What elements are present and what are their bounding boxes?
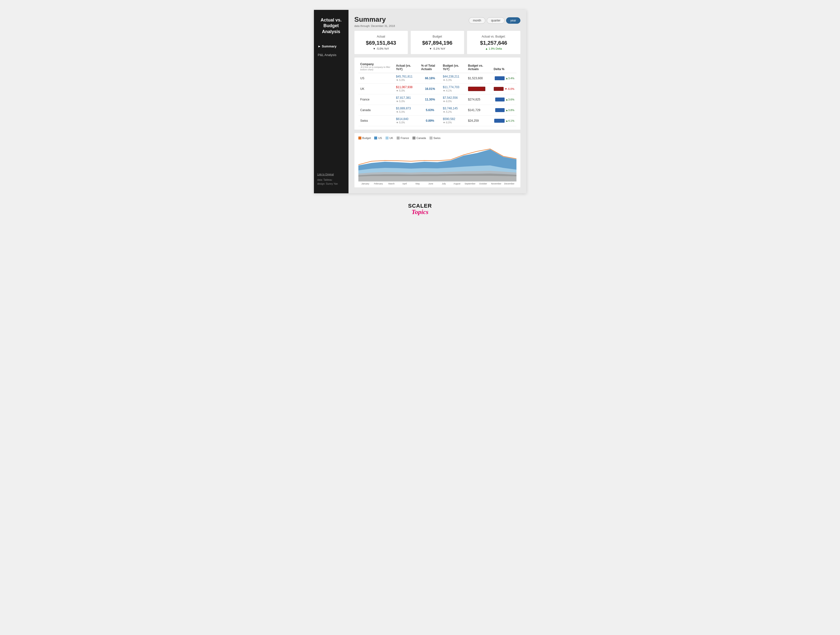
scaler-logo: SCALER Topics — [408, 203, 432, 216]
cell-company: UK — [358, 84, 394, 94]
sidebar-item-summary[interactable]: ► Summary — [314, 42, 349, 50]
legend-item: France — [397, 137, 409, 140]
legend-swatch — [397, 137, 399, 140]
cell-actual: $11,067,938 ▼-5.0% — [394, 84, 419, 94]
x-label: June — [424, 183, 437, 185]
cell-pct: 16.01% — [419, 84, 441, 94]
th-company: Company ⚙ (Click on a company to filter … — [358, 61, 394, 73]
x-label: April — [398, 183, 411, 185]
th-actual: Actual (vs. YoY) — [394, 61, 419, 73]
cell-actual: $3,889,873 ▼-5.0% — [394, 105, 419, 115]
legend-swatch — [385, 137, 388, 140]
sidebar-title: Actual vs. Budget Analysis — [314, 17, 349, 42]
legend-label: US — [378, 137, 382, 140]
delta-text: ▼-6.0% — [505, 87, 515, 90]
x-label: September — [464, 183, 477, 185]
th-company-sub: ⚙ (Click on a company to filter bottom c… — [360, 66, 392, 71]
page-subtitle: data through: December 31, 2018 — [354, 24, 395, 27]
chart-area — [358, 142, 516, 181]
dashboard: Actual vs. Budget Analysis ► Summary P&L… — [314, 10, 526, 193]
delta-bar — [495, 108, 505, 112]
data-table: Company ⚙ (Click on a company to filter … — [358, 61, 516, 126]
cell-pct: 5.63% — [419, 105, 441, 115]
cell-budget: $7,542,556 ▼-6.0% — [441, 94, 466, 105]
kpi-avb-value: $1,257,646 — [472, 40, 515, 46]
cell-budget: $44,238,211 ▼-5.3% — [441, 73, 466, 84]
cell-actual: $45,761,811 ▼-5.0% — [394, 73, 419, 84]
cell-bva: $141,729 — [466, 105, 492, 115]
table-row[interactable]: US $45,761,811 ▼-5.0% 66.18% $44,238,211… — [358, 73, 516, 84]
cell-bva: $274,825 — [466, 94, 492, 105]
cell-delta: ▲3.4% — [492, 73, 516, 84]
sidebar: Actual vs. Budget Analysis ► Summary P&L… — [314, 10, 349, 193]
x-label: May — [411, 183, 424, 185]
main-content: Summary data through: December 31, 2018 … — [349, 10, 526, 193]
chart-x-labels: JanuaryFebruaryMarchAprilMayJuneJulyAugu… — [358, 183, 516, 185]
cell-bva: ($706,765) — [466, 84, 492, 94]
footer-design: design: Sunny Yan — [317, 183, 338, 185]
kpi-budget: Budget $67,894,196 ▼ -5.1% YoY — [411, 31, 464, 54]
cell-company: US — [358, 73, 394, 84]
delta-text: ▲4.1% — [505, 119, 515, 122]
legend-item: UK — [385, 137, 393, 140]
x-label: February — [372, 183, 385, 185]
legend-item: US — [374, 137, 382, 140]
btn-year[interactable]: year — [506, 17, 520, 24]
cell-budget: $590,582 ▼-6.0% — [441, 115, 466, 126]
time-filter-group: month quarter year — [469, 17, 520, 24]
legend-label: France — [401, 137, 409, 140]
x-label: July — [437, 183, 450, 185]
table-row[interactable]: France $7,817,381 ▼-5.0% 11.30% $7,542,5… — [358, 94, 516, 105]
sidebar-footer: Link to Original data: Tableau design: S… — [314, 170, 349, 188]
x-label: August — [450, 183, 464, 185]
link-original[interactable]: Link to Original — [317, 173, 345, 176]
cell-bva: $24,259 — [466, 115, 492, 126]
cell-company: Swiss — [358, 115, 394, 126]
cell-bva: $1,523,600 — [466, 73, 492, 84]
scaler-footer: SCALER Topics — [408, 203, 432, 216]
x-label: October — [477, 183, 490, 185]
sidebar-item-pl[interactable]: P&L Analysis — [314, 50, 349, 59]
kpi-avb-label: Actual vs. Budget: — [472, 35, 515, 38]
kpi-row: Actual $69,151,843 ▼ -5.0% YoY Budget $6… — [354, 31, 520, 54]
delta-text: ▲3.6% — [505, 98, 515, 101]
x-label: December — [503, 183, 516, 185]
th-budget: Budget (vs. YoY) — [441, 61, 466, 73]
kpi-budget-label: Budget — [416, 35, 459, 38]
cell-pct: 11.30% — [419, 94, 441, 105]
kpi-avb: Actual vs. Budget: $1,257,646 ▲ 1.9% Del… — [467, 31, 520, 54]
th-delta: Delta % — [492, 61, 516, 73]
scaler-top-text: SCALER — [408, 203, 432, 209]
chart-legend: BudgetUSUKFranceCanadaSwiss — [358, 137, 516, 140]
table-row[interactable]: Canada $3,889,873 ▼-5.0% 5.63% $3,748,14… — [358, 105, 516, 115]
kpi-actual-value: $69,151,843 — [359, 40, 403, 46]
cell-actual: $614,840 ▼-5.0% — [394, 115, 419, 126]
cell-pct: 66.18% — [419, 73, 441, 84]
table-row[interactable]: Swiss $614,840 ▼-5.0% 0.89% $590,582 ▼-6… — [358, 115, 516, 126]
cell-delta: ▲3.6% — [492, 94, 516, 105]
th-pct: % of Total Actuals — [419, 61, 441, 73]
delta-text: ▲3.8% — [505, 109, 515, 112]
delta-bar — [494, 119, 505, 123]
footer-data: data: Tableau — [317, 178, 332, 181]
legend-swatch — [429, 137, 433, 140]
btn-quarter[interactable]: quarter — [487, 17, 505, 24]
kpi-budget-change: ▼ -5.1% YoY — [416, 47, 459, 50]
kpi-actual: Actual $69,151,843 ▼ -5.0% YoY — [354, 31, 408, 54]
cell-delta: ▲4.1% — [492, 115, 516, 126]
table-row[interactable]: UK $11,067,938 ▼-5.0% 16.01% $11,774,703… — [358, 84, 516, 94]
legend-item: Swiss — [429, 137, 441, 140]
btn-month[interactable]: month — [469, 17, 485, 24]
header-row: Summary data through: December 31, 2018 … — [354, 16, 520, 27]
cell-delta: ▼-6.0% — [492, 84, 516, 94]
page-title: Summary — [354, 16, 395, 24]
cell-actual: $7,817,381 ▼-5.0% — [394, 94, 419, 105]
header-left: Summary data through: December 31, 2018 — [354, 16, 395, 27]
legend-swatch — [374, 137, 377, 140]
sidebar-nav: ► Summary P&L Analysis — [314, 42, 349, 170]
legend-label: UK — [390, 137, 393, 140]
legend-swatch — [358, 137, 362, 140]
legend-label: Swiss — [433, 137, 441, 140]
scaler-bottom-text: Topics — [412, 209, 428, 216]
legend-item: Budget — [358, 137, 371, 140]
